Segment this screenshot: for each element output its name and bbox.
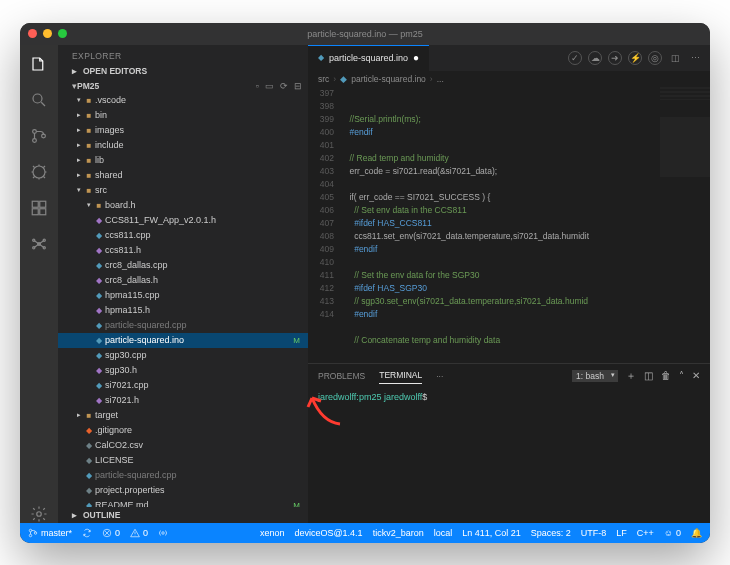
terminal-body[interactable]: jaredwolff:pm25 jaredwolff$: [308, 388, 710, 523]
status-lang[interactable]: C++: [637, 528, 654, 538]
tree-file[interactable]: ◆sgp30.cpp: [58, 348, 308, 363]
terminal-split-icon[interactable]: ◫: [644, 370, 653, 381]
explorer-title: EXPLORER: [58, 45, 308, 63]
collapse-icon[interactable]: ⊟: [294, 81, 302, 91]
status-cursor[interactable]: Ln 411, Col 21: [462, 528, 521, 538]
code-editor[interactable]: 3973983994004014024034044054064074084094…: [308, 87, 710, 363]
tree-folder[interactable]: ▾■src: [58, 183, 308, 198]
open-editors-section[interactable]: ▸OPEN EDITORS: [58, 63, 308, 79]
tree-file[interactable]: ◆crc8_dallas.cpp: [58, 258, 308, 273]
tree-folder[interactable]: ▸■images: [58, 123, 308, 138]
svg-point-16: [29, 534, 32, 537]
new-file-icon[interactable]: ▫: [256, 81, 259, 91]
window-title: particle-squared.ino — pm25: [20, 29, 710, 39]
terminal-new-icon[interactable]: ＋: [626, 369, 636, 383]
tree-file[interactable]: ◆.gitignore: [58, 423, 308, 438]
status-encoding[interactable]: UTF-8: [581, 528, 607, 538]
particle-icon[interactable]: [30, 235, 48, 253]
debug-icon[interactable]: [30, 163, 48, 181]
panel-tab-problems[interactable]: PROBLEMS: [318, 368, 365, 384]
new-folder-icon[interactable]: ▭: [265, 81, 274, 91]
svg-rect-7: [32, 208, 38, 214]
tree-folder[interactable]: ▾■board.h: [58, 198, 308, 213]
status-deviceos[interactable]: deviceOS@1.4.1: [294, 528, 362, 538]
window-close[interactable]: [28, 29, 37, 38]
upload-icon[interactable]: ➜: [608, 51, 622, 65]
tree-file[interactable]: ◆README.mdM: [58, 498, 308, 507]
breadcrumb[interactable]: src› ◆ particle-squared.ino› ...: [308, 71, 710, 87]
status-device[interactable]: tickv2_baron: [373, 528, 424, 538]
tree-file[interactable]: ◆crc8_dallas.h: [58, 273, 308, 288]
verify-icon[interactable]: ✓: [568, 51, 582, 65]
split-editor-icon[interactable]: ◫: [668, 51, 682, 65]
tree-file[interactable]: ◆hpma115.cpp: [58, 288, 308, 303]
svg-rect-6: [40, 201, 46, 207]
more-actions-icon[interactable]: ⋯: [688, 51, 702, 65]
editor-tabs: ◆ particle-squared.ino ● ✓ ☁ ➜ ⚡ ◎ ◫ ⋯: [308, 45, 710, 71]
editor-tab-label: particle-squared.ino: [329, 53, 408, 63]
svg-rect-5: [32, 201, 38, 207]
editor-group: ◆ particle-squared.ino ● ✓ ☁ ➜ ⚡ ◎ ◫ ⋯ s…: [308, 45, 710, 523]
source-control-icon[interactable]: [30, 127, 48, 145]
tree-folder[interactable]: ▸■include: [58, 138, 308, 153]
tree-file[interactable]: ◆si7021.cpp: [58, 378, 308, 393]
status-bar: master* 0 0 xenon deviceOS@1.4.1 tickv2_…: [20, 523, 710, 543]
tree-file[interactable]: ◆project.properties: [58, 483, 308, 498]
status-feedback[interactable]: ☺ 0: [664, 528, 681, 538]
tree-folder[interactable]: ▸■bin: [58, 108, 308, 123]
status-errors[interactable]: 0: [102, 528, 120, 538]
tree-file[interactable]: ◆si7021.h: [58, 393, 308, 408]
editor-tab-active[interactable]: ◆ particle-squared.ino ●: [308, 45, 430, 71]
panel-tab-more[interactable]: ···: [436, 368, 443, 384]
status-eol[interactable]: LF: [616, 528, 627, 538]
terminal-close-icon[interactable]: ✕: [692, 370, 700, 381]
tree-file[interactable]: ◆LICENSE: [58, 453, 308, 468]
status-platform[interactable]: xenon: [260, 528, 285, 538]
svg-point-14: [37, 511, 42, 516]
status-ports[interactable]: [158, 528, 168, 538]
tree-file[interactable]: ◆ccs811.cpp: [58, 228, 308, 243]
panel-tab-terminal[interactable]: TERMINAL: [379, 367, 422, 384]
view-icon[interactable]: ◎: [648, 51, 662, 65]
workspace-header[interactable]: ▾ PM25 ▫ ▭ ⟳ ⊟: [58, 79, 308, 93]
code-content[interactable]: //Serial.println(ms); #endif // Read tem…: [340, 87, 710, 363]
status-branch[interactable]: master*: [28, 528, 72, 538]
tree-file[interactable]: ◆CalCO2.csv: [58, 438, 308, 453]
svg-point-2: [33, 138, 37, 142]
terminal-kill-icon[interactable]: 🗑: [661, 370, 671, 381]
search-icon[interactable]: [30, 91, 48, 109]
workspace-name: PM25: [77, 81, 256, 91]
settings-icon[interactable]: [30, 505, 48, 523]
minimap[interactable]: [660, 87, 710, 100]
tree-file[interactable]: ◆particle-squared.cpp: [58, 468, 308, 483]
status-warnings[interactable]: 0: [130, 528, 148, 538]
refresh-icon[interactable]: ⟳: [280, 81, 288, 91]
tree-file[interactable]: ◆CCS811_FW_App_v2.0.1.h: [58, 213, 308, 228]
line-gutter: 3973983994004014024034044054064074084094…: [308, 87, 340, 363]
status-bell-icon[interactable]: 🔔: [691, 528, 702, 538]
tree-folder[interactable]: ▾■.vscode: [58, 93, 308, 108]
tree-file[interactable]: ◆hpma115.h: [58, 303, 308, 318]
svg-point-1: [33, 129, 37, 133]
extensions-icon[interactable]: [30, 199, 48, 217]
panel-tabs: PROBLEMS TERMINAL ··· 1: bash ＋ ◫ 🗑 ˄ ✕: [308, 364, 710, 388]
status-sync[interactable]: [82, 528, 92, 538]
terminal-shell-select[interactable]: 1: bash: [572, 370, 618, 382]
files-icon[interactable]: [30, 55, 48, 73]
tree-folder[interactable]: ▸■target: [58, 408, 308, 423]
window-titlebar: particle-squared.ino — pm25: [20, 23, 710, 45]
window-zoom[interactable]: [58, 29, 67, 38]
status-indent[interactable]: Spaces: 2: [531, 528, 571, 538]
cloud-flash-icon[interactable]: ☁: [588, 51, 602, 65]
tree-file[interactable]: ◆ccs811.h: [58, 243, 308, 258]
tree-folder[interactable]: ▸■lib: [58, 153, 308, 168]
tree-file[interactable]: ◆particle-squared.inoM: [58, 333, 308, 348]
status-target[interactable]: local: [434, 528, 453, 538]
flash-icon[interactable]: ⚡: [628, 51, 642, 65]
terminal-maximize-icon[interactable]: ˄: [679, 370, 684, 381]
outline-section[interactable]: ▸OUTLINE: [58, 507, 308, 523]
window-minimize[interactable]: [43, 29, 52, 38]
tree-file[interactable]: ◆particle-squared.cpp: [58, 318, 308, 333]
tree-folder[interactable]: ▸■shared: [58, 168, 308, 183]
tree-file[interactable]: ◆sgp30.h: [58, 363, 308, 378]
